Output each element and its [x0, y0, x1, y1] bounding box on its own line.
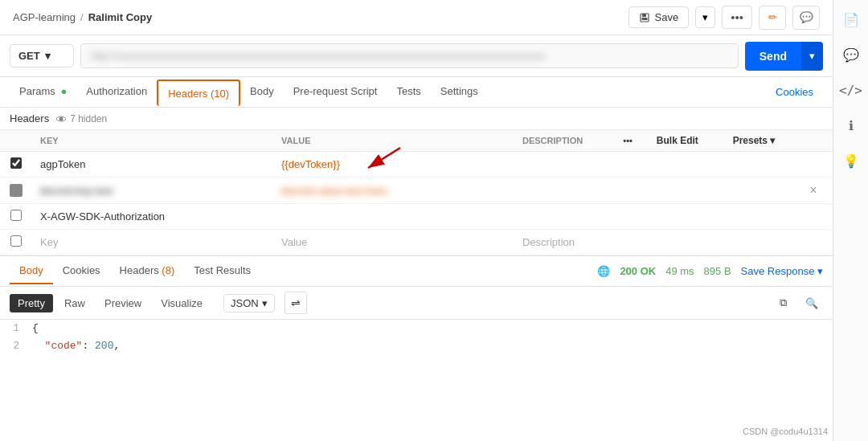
- status-code: 200 OK: [620, 265, 656, 277]
- tab-authorization[interactable]: Authorization: [76, 79, 157, 105]
- sidebar-code-icon[interactable]: </>: [838, 77, 864, 103]
- row1-value[interactable]: {{devToken}}: [281, 158, 340, 170]
- response-time: 49 ms: [665, 265, 694, 277]
- sidebar-bulb-icon[interactable]: 💡: [838, 148, 864, 174]
- page-title: Ralimit Copy: [88, 11, 152, 23]
- svg-point-3: [59, 116, 63, 120]
- presets-button[interactable]: Presets ▾: [725, 130, 802, 152]
- value-col-header: VALUE: [273, 130, 514, 152]
- copy-icon: ⧉: [780, 296, 787, 309]
- comment-icon-button[interactable]: 💬: [792, 6, 820, 30]
- eye-icon: [55, 113, 67, 125]
- table-row: agpToken {{devToken}}: [0, 152, 833, 178]
- format-tab-preview[interactable]: Preview: [96, 294, 149, 312]
- format-select-chevron: ▾: [262, 297, 268, 309]
- save-dropdown-button[interactable]: ▾: [695, 6, 715, 28]
- more-options-button[interactable]: •••: [722, 6, 752, 29]
- row2-delete-button[interactable]: ×: [809, 183, 817, 197]
- send-dropdown-button[interactable]: ▾: [801, 42, 823, 71]
- format-tab-visualize[interactable]: Visualize: [153, 294, 211, 312]
- table-row: X-AGW-SDK-Authorization: [0, 204, 833, 230]
- watermark: CSDN @codu4u1314: [743, 427, 828, 436]
- presets-chevron: ▾: [770, 135, 775, 146]
- pencil-icon: ✏: [768, 11, 777, 23]
- breadcrumb-separator: /: [80, 11, 84, 23]
- more-icon: •••: [731, 10, 743, 24]
- save-response-button[interactable]: Save Response ▾: [741, 265, 823, 277]
- comment-icon: 💬: [800, 11, 813, 23]
- row2-key[interactable]: blurred-key-text: [32, 178, 273, 204]
- tab-pre-request-script[interactable]: Pre-request Script: [284, 79, 387, 105]
- file-text-icon: 📄: [843, 12, 859, 27]
- tab-body[interactable]: Body: [240, 79, 284, 105]
- wrap-icon: ⇌: [291, 296, 301, 309]
- row4-key-placeholder[interactable]: Key: [32, 230, 273, 255]
- code-line-2: 2 "code": 200,: [0, 337, 833, 355]
- globe-icon: 🌐: [597, 265, 610, 277]
- response-tab-headers[interactable]: Headers (8): [110, 258, 185, 284]
- table-row: blurred-key-text blurred-value-text-here…: [0, 178, 833, 204]
- format-select[interactable]: JSON ▾: [223, 294, 275, 312]
- tab-cookies[interactable]: Cookies: [766, 80, 823, 104]
- response-tab-cookies[interactable]: Cookies: [53, 258, 110, 284]
- more-col-header[interactable]: •••: [615, 130, 649, 152]
- send-button[interactable]: Send: [745, 42, 801, 71]
- project-name[interactable]: AGP-learning: [13, 11, 76, 23]
- table-row: Key Value Description: [0, 230, 833, 255]
- wrap-lines-button[interactable]: ⇌: [285, 292, 307, 314]
- row2-value[interactable]: blurred-value-text-here: [273, 178, 514, 204]
- headers-label: Headers: [10, 112, 49, 125]
- url-value: http://xxxxxxxxxxxxxxxxxxxxxxxxxxxxxxxxx…: [91, 50, 573, 62]
- info-icon: ℹ: [849, 118, 854, 133]
- bulk-edit-button[interactable]: Bulk Edit: [649, 130, 725, 152]
- tab-params[interactable]: Params ●: [10, 79, 76, 105]
- row3-value[interactable]: [273, 204, 514, 230]
- format-tab-pretty[interactable]: Pretty: [10, 294, 53, 312]
- line-content-1: {: [32, 320, 833, 337]
- breadcrumb: AGP-learning / Ralimit Copy: [13, 11, 152, 23]
- tab-headers[interactable]: Headers (10): [157, 80, 240, 106]
- sidebar-chat-icon[interactable]: 💬: [838, 42, 864, 67]
- description-col-header: DESCRIPTION: [514, 130, 615, 152]
- row3-checkbox[interactable]: [10, 210, 22, 221]
- response-tab-test-results[interactable]: Test Results: [184, 258, 260, 284]
- copy-button[interactable]: ⧉: [772, 292, 794, 314]
- row3-description: [514, 204, 615, 230]
- response-tab-body[interactable]: Body: [10, 258, 53, 284]
- svg-line-5: [368, 148, 400, 168]
- search-button[interactable]: 🔍: [800, 292, 823, 314]
- params-dot: ●: [60, 85, 67, 97]
- headers-table: KEY VALUE DESCRIPTION ••• Bulk Edit Pres…: [0, 129, 833, 255]
- edit-icon-button[interactable]: ✏: [759, 6, 786, 30]
- sidebar-api-icon[interactable]: 📄: [838, 6, 864, 32]
- row4-description-placeholder: Description: [514, 230, 615, 255]
- tab-settings[interactable]: Settings: [431, 79, 488, 105]
- line-number-2: 2: [0, 337, 32, 355]
- save-button[interactable]: Save: [628, 6, 690, 28]
- row4-checkbox[interactable]: [10, 235, 22, 247]
- key-col-header: KEY: [32, 130, 273, 152]
- search-icon: 🔍: [805, 297, 818, 309]
- tab-tests[interactable]: Tests: [387, 79, 430, 105]
- actions-col-header: [801, 130, 833, 152]
- row1-key[interactable]: agpToken: [32, 152, 273, 178]
- row4-value-placeholder[interactable]: Value: [273, 230, 514, 255]
- method-label: GET: [18, 50, 40, 62]
- row2-description: [514, 178, 615, 204]
- row2-icon: [10, 184, 23, 197]
- chat-icon: 💬: [843, 47, 859, 63]
- response-tabs: Body Cookies Headers (8) Test Results 🌐 …: [0, 256, 833, 287]
- method-chevron: ▾: [45, 50, 51, 62]
- row3-key[interactable]: X-AGW-SDK-Authorization: [32, 204, 273, 230]
- format-tab-raw[interactable]: Raw: [56, 294, 93, 312]
- line-number-1: 1: [0, 320, 32, 337]
- code-icon: </>: [839, 83, 862, 98]
- method-select[interactable]: GET ▾: [10, 44, 74, 67]
- save-icon: [639, 12, 650, 23]
- response-size: 895 B: [704, 265, 731, 277]
- row1-checkbox[interactable]: [10, 157, 22, 169]
- url-input[interactable]: http://xxxxxxxxxxxxxxxxxxxxxxxxxxxxxxxxx…: [80, 43, 739, 68]
- sidebar-info-icon[interactable]: ℹ: [838, 112, 864, 138]
- save-response-chevron: ▾: [817, 265, 823, 277]
- format-bar: Pretty Raw Preview Visualize JSON ▾ ⇌: [0, 287, 833, 320]
